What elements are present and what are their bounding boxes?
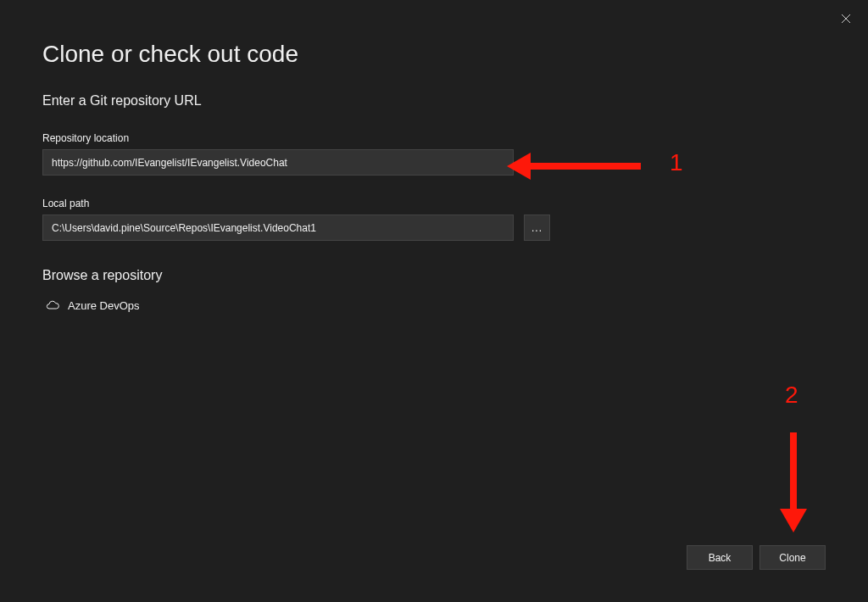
section-heading-git: Enter a Git repository URL (42, 93, 826, 109)
azure-devops-link[interactable]: Azure DevOps (42, 298, 826, 312)
section-heading-browse: Browse a repository (42, 268, 826, 283)
back-button[interactable]: Back (687, 545, 753, 570)
cloud-icon (46, 298, 59, 312)
local-path-label: Local path (42, 198, 826, 209)
annotation-arrow-2 (760, 431, 827, 532)
clone-button[interactable]: Clone (760, 545, 826, 570)
annotation-number-2: 2 (785, 382, 798, 409)
local-path-input[interactable] (42, 215, 514, 241)
close-icon (841, 14, 851, 24)
repo-location-input[interactable] (42, 149, 514, 176)
azure-devops-label: Azure DevOps (68, 299, 140, 312)
close-button[interactable] (836, 8, 856, 29)
repo-location-label: Repository location (42, 132, 826, 144)
svg-marker-5 (780, 509, 807, 532)
page-title: Clone or check out code (42, 41, 826, 68)
browse-folder-button[interactable]: ... (524, 215, 550, 241)
